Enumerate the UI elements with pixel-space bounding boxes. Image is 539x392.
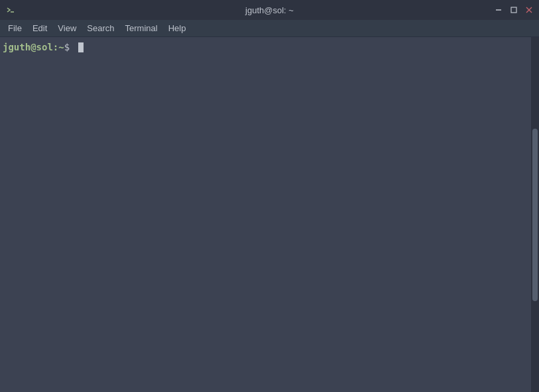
window-title: jguth@sol: ~ bbox=[45, 5, 494, 15]
title-bar-left bbox=[5, 5, 45, 15]
prompt-dollar: $ bbox=[64, 41, 76, 54]
minimize-button[interactable] bbox=[494, 4, 504, 16]
terminal-prompt-line: jguth@sol:~$ bbox=[3, 41, 528, 54]
close-button[interactable] bbox=[524, 4, 534, 16]
menu-edit[interactable]: Edit bbox=[27, 22, 52, 34]
menu-bar: File Edit View Search Terminal Help bbox=[0, 20, 539, 37]
menu-view[interactable]: View bbox=[52, 22, 82, 34]
menu-file[interactable]: File bbox=[3, 22, 27, 34]
cursor bbox=[78, 42, 84, 52]
prompt-user-host: jguth@sol: bbox=[3, 41, 58, 54]
menu-search[interactable]: Search bbox=[82, 22, 119, 34]
title-bar: jguth@sol: ~ bbox=[0, 0, 539, 20]
app-icon bbox=[5, 5, 16, 15]
menu-terminal[interactable]: Terminal bbox=[120, 22, 163, 34]
svg-rect-3 bbox=[511, 7, 516, 13]
window-controls bbox=[494, 4, 534, 16]
prompt-path: ~ bbox=[58, 41, 64, 54]
scrollbar-thumb[interactable] bbox=[532, 129, 538, 301]
maximize-button[interactable] bbox=[509, 4, 519, 16]
menu-help[interactable]: Help bbox=[163, 22, 192, 34]
scrollbar-track[interactable] bbox=[531, 37, 539, 392]
terminal-container: jguth@sol:~$ bbox=[0, 37, 539, 392]
terminal-body[interactable]: jguth@sol:~$ bbox=[0, 37, 531, 392]
